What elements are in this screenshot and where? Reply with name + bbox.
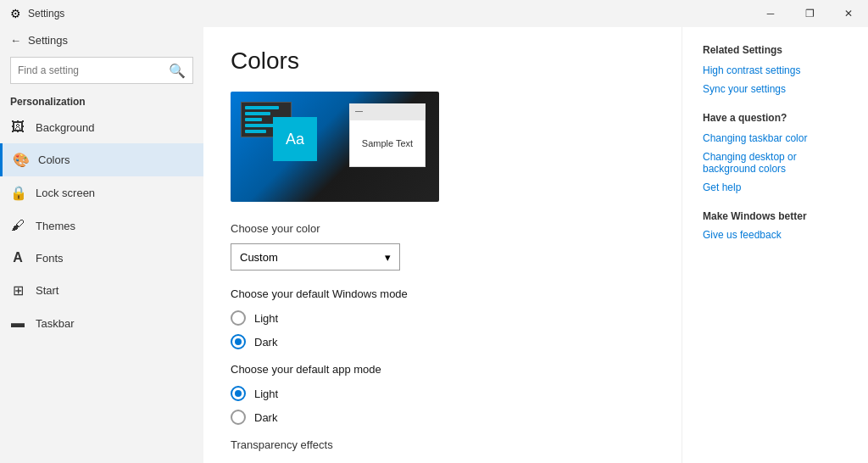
preview-bar-5 bbox=[245, 130, 266, 133]
changing-taskbar-link[interactable]: Changing taskbar color bbox=[703, 132, 848, 144]
sidebar-item-start[interactable]: ⊞ Start bbox=[0, 274, 203, 307]
transparency-section: Transparency effects On bbox=[231, 438, 654, 463]
sidebar-item-fonts[interactable]: A Fonts bbox=[0, 242, 203, 274]
sidebar-item-label: Colors bbox=[38, 153, 70, 166]
have-question-title: Have a question? bbox=[703, 112, 848, 124]
main-content: Colors Aa — Sample Text Choose your colo… bbox=[203, 27, 682, 463]
right-panel: Related Settings High contrast settings … bbox=[682, 27, 868, 463]
changing-desktop-link[interactable]: Changing desktop or background colors bbox=[703, 151, 848, 175]
taskbar-icon: ▬ bbox=[10, 315, 25, 331]
color-dropdown-value: Custom bbox=[240, 251, 278, 264]
title-bar: ⚙ Settings ─ ❐ ✕ bbox=[0, 0, 868, 27]
title-bar-left: ⚙ Settings bbox=[10, 7, 64, 20]
close-button[interactable]: ✕ bbox=[829, 0, 868, 27]
preview-bar-1 bbox=[245, 106, 279, 109]
app-light-label: Light bbox=[254, 388, 278, 400]
app-dark-option[interactable]: Dark bbox=[231, 410, 654, 425]
windows-light-radio[interactable] bbox=[231, 310, 246, 326]
sidebar-item-background[interactable]: 🖼 Background bbox=[0, 111, 203, 143]
sidebar-item-label: Fonts bbox=[36, 252, 64, 265]
windows-mode-label: Choose your default Windows mode bbox=[231, 287, 654, 300]
sidebar-item-taskbar[interactable]: ▬ Taskbar bbox=[0, 307, 203, 339]
windows-dark-option[interactable]: Dark bbox=[231, 334, 654, 349]
color-dropdown[interactable]: Custom ▾ bbox=[231, 243, 400, 271]
sidebar-item-label: Taskbar bbox=[36, 317, 75, 330]
sidebar-search-container[interactable]: 🔍 bbox=[10, 57, 193, 84]
search-icon: 🔍 bbox=[169, 63, 186, 79]
sidebar-back-label: Settings bbox=[28, 34, 68, 47]
app-dark-radio[interactable] bbox=[231, 410, 246, 425]
windows-light-label: Light bbox=[254, 312, 278, 325]
sidebar-section-label: Personalization bbox=[0, 91, 203, 111]
start-icon: ⊞ bbox=[10, 282, 25, 298]
lock-icon: 🔒 bbox=[10, 185, 25, 201]
title-bar-title: Settings bbox=[28, 8, 64, 20]
preview-sample-text: Sample Text bbox=[362, 138, 413, 148]
high-contrast-link[interactable]: High contrast settings bbox=[703, 64, 848, 76]
title-bar-controls: ─ ❐ ✕ bbox=[751, 0, 868, 27]
colors-icon: 🎨 bbox=[13, 152, 28, 168]
search-input[interactable] bbox=[18, 64, 169, 76]
windows-dark-radio[interactable] bbox=[231, 334, 246, 349]
background-icon: 🖼 bbox=[10, 120, 25, 135]
sidebar-item-lockscreen[interactable]: 🔒 Lock screen bbox=[0, 176, 203, 209]
themes-icon: 🖌 bbox=[10, 218, 25, 233]
sidebar: ← Settings 🔍 Personalization 🖼 Backgroun… bbox=[0, 27, 203, 463]
sidebar-item-themes[interactable]: 🖌 Themes bbox=[0, 209, 203, 242]
page-title: Colors bbox=[231, 47, 654, 75]
make-windows-section: Make Windows better Give us feedback bbox=[703, 210, 848, 241]
give-feedback-link[interactable]: Give us feedback bbox=[703, 229, 848, 241]
preview-aa-label: Aa bbox=[286, 131, 304, 148]
get-help-link[interactable]: Get help bbox=[703, 181, 848, 193]
sidebar-item-label: Background bbox=[36, 121, 94, 134]
preview-window: — Sample Text bbox=[349, 103, 426, 167]
preview-bar-3 bbox=[245, 118, 262, 121]
windows-dark-label: Dark bbox=[254, 336, 277, 349]
question-section: Have a question? Changing taskbar color … bbox=[703, 112, 848, 193]
app-mode-group: Choose your default app mode Light Dark bbox=[231, 363, 654, 425]
sidebar-item-label: Start bbox=[36, 284, 58, 297]
transparency-label: Transparency effects bbox=[231, 438, 654, 451]
related-settings-title: Related Settings bbox=[703, 44, 848, 56]
app-mode-label: Choose your default app mode bbox=[231, 363, 654, 376]
sidebar-back[interactable]: ← Settings bbox=[0, 27, 203, 53]
color-section-label: Choose your color bbox=[231, 222, 654, 235]
sync-settings-link[interactable]: Sync your settings bbox=[703, 83, 848, 95]
sidebar-item-label: Lock screen bbox=[36, 187, 95, 199]
make-windows-title: Make Windows better bbox=[703, 210, 848, 222]
maximize-button[interactable]: ❐ bbox=[790, 0, 829, 27]
minimize-button[interactable]: ─ bbox=[751, 0, 790, 27]
preview-aa-tile: Aa bbox=[273, 117, 317, 161]
chevron-down-icon: ▾ bbox=[385, 251, 391, 264]
app-body: ← Settings 🔍 Personalization 🖼 Backgroun… bbox=[0, 27, 868, 463]
sidebar-item-label: Themes bbox=[36, 220, 75, 232]
back-icon: ← bbox=[10, 34, 21, 47]
fonts-icon: A bbox=[10, 250, 25, 265]
app-light-option[interactable]: Light bbox=[231, 386, 654, 401]
preview-bar-4 bbox=[245, 124, 275, 127]
preview-image: Aa — Sample Text bbox=[231, 92, 439, 202]
preview-bar-2 bbox=[245, 112, 270, 115]
windows-mode-group: Choose your default Windows mode Light D… bbox=[231, 287, 654, 349]
app-dark-label: Dark bbox=[254, 411, 277, 424]
app-light-radio[interactable] bbox=[231, 386, 246, 401]
sidebar-item-colors[interactable]: 🎨 Colors bbox=[0, 143, 203, 176]
preview-window-title: — bbox=[355, 107, 363, 115]
windows-light-option[interactable]: Light bbox=[231, 310, 654, 326]
